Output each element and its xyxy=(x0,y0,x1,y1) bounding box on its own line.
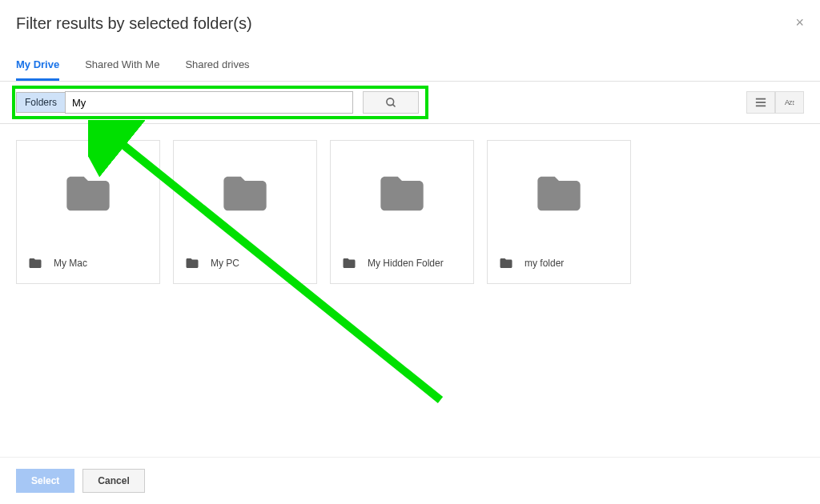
tab-bar: My Drive Shared With Me Shared drives xyxy=(0,50,820,82)
folder-icon xyxy=(533,168,585,219)
folder-name: my folder xyxy=(525,258,564,269)
folder-thumb xyxy=(174,141,316,246)
folder-name: My Hidden Folder xyxy=(368,258,444,269)
dialog-footer: Select Cancel xyxy=(0,457,820,504)
tab-shared-drives[interactable]: Shared drives xyxy=(185,50,249,81)
close-button[interactable]: × xyxy=(795,14,804,31)
svg-point-0 xyxy=(386,98,393,105)
tab-shared-with-me[interactable]: Shared With Me xyxy=(85,50,159,81)
folder-grid: My Mac My PC My Hidden Folder my folder xyxy=(0,124,820,300)
sort-icon: AZ↕ xyxy=(785,98,794,106)
sort-button[interactable]: AZ↕ xyxy=(775,91,804,114)
dialog-title: Filter results by selected folder(s) xyxy=(16,14,804,33)
search-input[interactable] xyxy=(65,91,353,114)
search-icon xyxy=(385,97,397,109)
tab-my-drive[interactable]: My Drive xyxy=(16,50,59,81)
dialog-header: Filter results by selected folder(s) × xyxy=(0,0,820,42)
svg-rect-4 xyxy=(756,106,766,107)
search-button[interactable] xyxy=(363,91,419,114)
folder-card[interactable]: My Hidden Folder xyxy=(330,140,474,284)
folder-label-row: My Mac xyxy=(17,246,159,283)
folder-icon xyxy=(219,168,271,219)
svg-rect-3 xyxy=(756,102,766,103)
search-group: Folders xyxy=(16,91,419,114)
folder-card[interactable]: My PC xyxy=(173,140,317,284)
folder-name: My Mac xyxy=(54,258,87,269)
list-icon xyxy=(755,97,766,108)
svg-line-1 xyxy=(392,104,395,106)
cancel-button[interactable]: Cancel xyxy=(82,469,144,493)
folder-label-row: My PC xyxy=(174,246,316,283)
folder-label-row: My Hidden Folder xyxy=(331,246,473,283)
filter-chip-folders[interactable]: Folders xyxy=(16,92,65,113)
folder-name: My PC xyxy=(211,258,239,269)
view-controls: AZ↕ xyxy=(746,91,804,114)
folder-card[interactable]: my folder xyxy=(487,140,631,284)
toolbar: Folders AZ↕ xyxy=(0,82,820,124)
folder-small-icon xyxy=(185,256,199,270)
folder-label-row: my folder xyxy=(488,246,630,283)
folder-icon xyxy=(376,168,428,219)
list-view-button[interactable] xyxy=(746,91,775,114)
folder-card[interactable]: My Mac xyxy=(16,140,160,284)
folder-thumb xyxy=(488,141,630,246)
folder-small-icon xyxy=(28,256,42,270)
select-button[interactable]: Select xyxy=(16,469,74,493)
folder-thumb xyxy=(17,141,159,246)
folder-icon xyxy=(62,168,114,219)
folder-small-icon xyxy=(342,256,356,270)
svg-rect-2 xyxy=(756,98,766,100)
folder-thumb xyxy=(331,141,473,246)
folder-small-icon xyxy=(499,256,513,270)
